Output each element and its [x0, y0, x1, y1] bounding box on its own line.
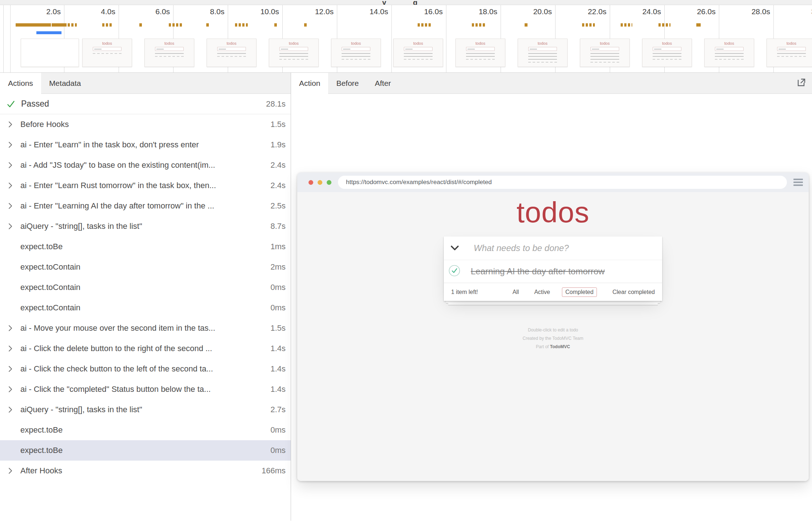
- clear-completed-link[interactable]: Clear completed: [613, 289, 655, 295]
- action-list-item[interactable]: ai - Click the "completed" Status button…: [0, 379, 291, 399]
- timeline-action-marker: [139, 23, 142, 27]
- thumbnail-mini-footer: [466, 59, 494, 60]
- thumbnail-mini-input: [590, 47, 619, 51]
- action-list-item[interactable]: expect.toBe0ms: [0, 440, 291, 461]
- action-list-item[interactable]: expect.toBe1ms: [0, 236, 291, 257]
- toggle-all-chevron-icon[interactable]: [450, 245, 459, 251]
- timeline-tick-label: 26.0s: [697, 7, 716, 16]
- timeline-action-marker: [304, 23, 307, 27]
- filmstrip-thumbnail[interactable]: todos: [331, 39, 381, 67]
- new-todo-input[interactable]: What needs to be done?: [444, 236, 662, 260]
- action-list-item[interactable]: ai - Click the check button to the left …: [0, 359, 291, 379]
- chevron-right-icon: [8, 182, 20, 189]
- action-label: ai - Add "JS today" to base on the exist…: [20, 160, 215, 170]
- action-duration: 1.4s: [267, 385, 286, 394]
- timeline-action-marker: [52, 23, 67, 27]
- filmstrip-thumbnail[interactable]: todos: [144, 39, 194, 67]
- filmstrip-thumbnail[interactable]: todos: [82, 39, 132, 67]
- timeline-tick-label: 4.0s: [101, 7, 115, 16]
- thumbnail-mini-item: [590, 53, 619, 54]
- tab-left-actions[interactable]: Actions: [0, 73, 41, 94]
- tab-right-after[interactable]: After: [367, 73, 399, 94]
- actions-panel: ActionsMetadata Passed 28.1s Before Hook…: [0, 73, 291, 521]
- browser-chrome: https://todomvc.com/examples/react/dist/…: [297, 172, 809, 192]
- chevron-right-icon: [8, 406, 20, 413]
- traffic-light-minimize[interactable]: [318, 180, 322, 185]
- timeline-action-marker: [235, 23, 248, 27]
- thumbnail-mini-title: todos: [413, 41, 423, 45]
- thumbnail-mini-title: todos: [600, 41, 610, 45]
- filmstrip-thumbnail[interactable]: todos: [269, 39, 319, 67]
- filmstrip-thumbnail[interactable]: [21, 39, 79, 67]
- action-list-item[interactable]: ai - Move your mouse over the second ite…: [0, 318, 291, 338]
- thumbnail-mini-item: [590, 59, 619, 60]
- filmstrip-thumbnail[interactable]: todos: [518, 39, 568, 67]
- thumbnail-mini-input: [466, 47, 494, 51]
- thumbnail-mini-input: [404, 47, 432, 51]
- filmstrip-thumbnail[interactable]: todos: [767, 39, 812, 67]
- thumbnail-mini-footer: [653, 59, 681, 60]
- timeline-tick-label: 16.0s: [424, 7, 443, 16]
- filmstrip-thumbnail[interactable]: todos: [455, 39, 505, 67]
- info-line-part-of: Part of TodoMVC: [523, 343, 584, 351]
- filter-all[interactable]: All: [509, 287, 522, 297]
- filmstrip-thumbnail[interactable]: todos: [704, 39, 754, 67]
- todo-item-text: Learning AI the day after tomorrow: [471, 266, 605, 277]
- menu-icon[interactable]: [793, 179, 803, 186]
- thumbnail-mini-input: [342, 47, 370, 51]
- tab-right-before[interactable]: Before: [328, 73, 367, 94]
- filter-completed[interactable]: Completed: [562, 287, 597, 297]
- action-label: ai - Move your mouse over the second ite…: [20, 323, 215, 333]
- action-label: ai - Click the check button to the left …: [20, 364, 213, 374]
- tab-right-action[interactable]: Action: [291, 73, 328, 94]
- action-duration: 0ms: [267, 283, 286, 292]
- filmstrip-thumbnail[interactable]: todos: [642, 39, 692, 67]
- thumbnail-mini-footer: [777, 56, 805, 57]
- todo-checked-icon[interactable]: [448, 265, 461, 278]
- filmstrip-thumbnail[interactable]: todos: [580, 39, 630, 67]
- thumbnail-mini-footer: [342, 59, 370, 60]
- timeline-tick-label: 8.0s: [210, 7, 224, 16]
- action-list-item[interactable]: ai - Add "JS today" to base on the exist…: [0, 155, 291, 175]
- timeline-tick-label: 12.0s: [315, 7, 334, 16]
- action-list-item[interactable]: ai - Enter "Learn" in the task box, don'…: [0, 135, 291, 155]
- traffic-light-close[interactable]: [309, 180, 313, 185]
- action-list-item[interactable]: expect.toBe0ms: [0, 420, 291, 440]
- action-list-item[interactable]: ai - Enter "Learn Rust tomorrow" in the …: [0, 175, 291, 196]
- action-duration: 2.5s: [267, 201, 286, 211]
- thumbnail-mini-item: [715, 53, 743, 54]
- thumbnail-mini-item: [466, 53, 494, 54]
- todomvc-brand[interactable]: TodoMVC: [550, 344, 570, 349]
- action-list-item[interactable]: ai - Click the delete button to the righ…: [0, 338, 291, 359]
- thumbnail-mini-title: todos: [102, 41, 112, 45]
- timeline-action-marker: [418, 23, 431, 27]
- thumbnail-mini-item: [466, 56, 494, 57]
- action-list-item[interactable]: expect.toContain0ms: [0, 277, 291, 298]
- thumbnail-mini-title: todos: [289, 41, 299, 45]
- action-duration: 1.5s: [267, 120, 286, 129]
- filter-active[interactable]: Active: [531, 287, 553, 297]
- action-label: expect.toContain: [20, 283, 80, 292]
- thumbnail-mini-item: [342, 53, 370, 54]
- address-bar[interactable]: https://todomvc.com/examples/react/dist/…: [338, 176, 787, 189]
- action-list-item[interactable]: aiQuery - "string[], tasks in the list"8…: [0, 216, 291, 236]
- action-list-item[interactable]: expect.toContain0ms: [0, 298, 291, 318]
- action-list-item[interactable]: expect.toContain2ms: [0, 257, 291, 277]
- timeline-scrubber[interactable]: 3 2.0s4.0s6.0s8.0s10.0s12.0s14.0s16.0s18…: [0, 5, 812, 73]
- timeline-action-marker: [582, 23, 595, 27]
- traffic-light-maximize[interactable]: [327, 180, 331, 185]
- thumbnail-mini-item: [777, 53, 805, 54]
- action-list-item[interactable]: ai - Enter "Learning AI the day after to…: [0, 196, 291, 216]
- action-list-item[interactable]: Before Hooks1.5s: [0, 114, 291, 135]
- tab-left-metadata[interactable]: Metadata: [41, 73, 89, 94]
- action-list-item[interactable]: After Hooks166ms: [0, 461, 291, 481]
- action-label: aiQuery - "string[], tasks in the list": [20, 405, 142, 414]
- chevron-right-icon: [8, 162, 20, 169]
- filmstrip-thumbnail[interactable]: todos: [393, 39, 443, 67]
- action-duration: 0ms: [267, 303, 286, 313]
- filmstrip-thumbnail[interactable]: todos: [207, 39, 256, 67]
- thumbnail-mini-footer: [279, 59, 308, 60]
- open-external-icon[interactable]: [797, 77, 806, 89]
- action-list-item[interactable]: aiQuery - "string[], tasks in the list"2…: [0, 399, 291, 420]
- thumbnail-mini-input: [715, 47, 743, 51]
